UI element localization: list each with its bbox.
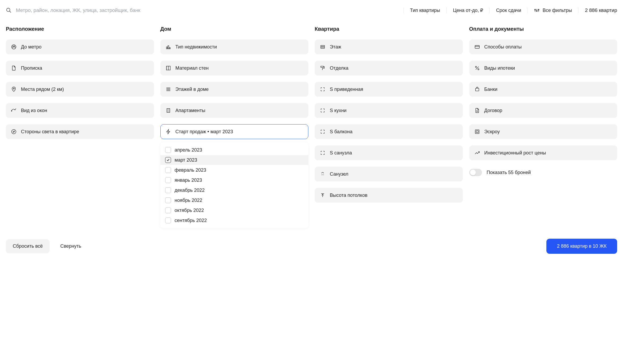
filter-columns: Расположение До метро Прописка Места ряд…: [6, 26, 617, 228]
chip-cardinal-directions[interactable]: Стороны света в квартире: [6, 124, 154, 139]
svg-point-3: [534, 9, 535, 10]
toggle-switch[interactable]: [469, 169, 482, 176]
checkbox-checked-icon: [165, 157, 171, 163]
sliders-icon: [534, 8, 539, 13]
chip-label: Материал стен: [176, 65, 209, 71]
svg-point-11: [12, 130, 16, 134]
results-count-top: 2 886 квартир: [578, 7, 617, 13]
reset-button[interactable]: Сбросить всё: [6, 239, 50, 253]
area-icon: [320, 108, 326, 113]
chip-floor[interactable]: Этаж: [315, 39, 463, 54]
svg-rect-46: [476, 131, 478, 132]
chip-area-reduced[interactable]: S приведенная: [315, 82, 463, 97]
chip-registration[interactable]: Прописка: [6, 61, 154, 76]
column-location: Расположение До метро Прописка Места ряд…: [6, 26, 154, 228]
checkbox-icon: [165, 177, 171, 183]
chip-label: Прописка: [21, 65, 42, 71]
checkbox-icon: [165, 167, 171, 173]
column-title-payment: Оплата и документы: [469, 26, 617, 32]
column-title-apartment: Квартира: [315, 26, 463, 32]
chip-banks[interactable]: Банки: [469, 82, 617, 97]
chip-label: Этаж: [330, 44, 341, 50]
bolt-icon: [165, 129, 171, 135]
chip-label: Способы оплаты: [484, 44, 522, 50]
chip-price-growth[interactable]: Инвестиционный рост цены: [469, 145, 617, 160]
filter-deadline[interactable]: Срок сдачи: [489, 8, 527, 13]
option-label: ноябрь 2022: [175, 198, 202, 203]
chip-label: Эскроу: [484, 129, 500, 135]
svg-point-7: [538, 9, 539, 10]
chip-ceiling-height[interactable]: Высота потолков: [315, 188, 463, 203]
area-icon: [320, 150, 326, 156]
chip-finishing[interactable]: Отделка: [315, 61, 463, 76]
compass-icon: [11, 129, 17, 135]
option-mar-2023[interactable]: март 2023: [160, 155, 309, 165]
option-label: апрель 2023: [175, 147, 202, 153]
chip-payment-methods[interactable]: Способы оплаты: [469, 39, 617, 54]
chip-window-view[interactable]: Вид из окон: [6, 103, 154, 118]
chip-label: До метро: [21, 44, 41, 50]
chip-places-nearby[interactable]: Места рядом (2 км): [6, 82, 154, 97]
svg-rect-37: [475, 46, 479, 48]
escrow-icon: [474, 129, 480, 135]
option-oct-2022[interactable]: октябрь 2022: [160, 205, 309, 215]
collapse-button[interactable]: Свернуть: [54, 239, 87, 253]
option-sep-2022[interactable]: сентябрь 2022: [160, 215, 309, 225]
sales-start-dropdown: апрель 2023 март 2023 февраль 2023 январ…: [160, 142, 309, 228]
filter-all[interactable]: Все фильтры: [528, 8, 578, 13]
footer-left: Сбросить всё Свернуть: [6, 239, 87, 253]
svg-line-39: [476, 67, 479, 70]
chip-property-type[interactable]: Тип недвижимости: [160, 39, 309, 54]
top-filter-bar: Тип квартиры Цена от-до, ₽ Срок сдачи Вс…: [6, 7, 617, 13]
chip-label: Инвестиционный рост цены: [484, 150, 546, 156]
svg-rect-45: [475, 130, 479, 134]
chip-escrow[interactable]: Эскроу: [469, 124, 617, 139]
option-label: октябрь 2022: [175, 208, 204, 213]
chip-bathroom-area[interactable]: S санузла: [315, 145, 463, 160]
map-pin-icon: [11, 86, 17, 92]
svg-point-0: [7, 8, 10, 12]
svg-rect-22: [167, 109, 170, 113]
document-icon: [11, 65, 17, 71]
svg-point-5: [536, 11, 537, 11]
option-nov-2022[interactable]: ноябрь 2022: [160, 195, 309, 205]
top-filters: Тип квартиры Цена от-до, ₽ Срок сдачи Вс…: [403, 7, 617, 13]
search-input[interactable]: [16, 7, 403, 13]
metro-icon: [11, 44, 17, 50]
search-wrapper: [6, 7, 403, 13]
svg-rect-14: [169, 48, 170, 49]
bar-chart-icon: [165, 44, 171, 50]
option-label: февраль 2023: [175, 167, 206, 173]
toggle-show-reserved: Показать 55 броней: [469, 169, 617, 176]
submit-button[interactable]: 2 886 квартир в 10 ЖК: [546, 239, 617, 254]
option-dec-2022[interactable]: декабрь 2022: [160, 185, 309, 195]
chip-metro-distance[interactable]: До метро: [6, 39, 154, 54]
chip-label: Тип недвижимости: [176, 44, 217, 50]
bank-icon: [474, 86, 480, 92]
svg-rect-31: [321, 66, 324, 68]
chip-floors-count[interactable]: Этажей в доме: [160, 82, 309, 97]
option-jan-2023[interactable]: январь 2023: [160, 175, 309, 185]
chip-balcony-area[interactable]: S балкона: [315, 124, 463, 139]
chip-label: Места рядом (2 км): [21, 87, 64, 92]
filter-apartment-type[interactable]: Тип квартиры: [403, 8, 446, 13]
option-apr-2023[interactable]: апрель 2023: [160, 145, 309, 155]
chip-label: Отделка: [330, 65, 348, 71]
svg-rect-42: [475, 88, 479, 91]
floor-icon: [320, 44, 326, 50]
shower-icon: [320, 171, 326, 177]
column-title-location: Расположение: [6, 26, 154, 32]
chip-apartments[interactable]: Апартаменты: [160, 103, 309, 118]
chip-wall-material[interactable]: Материал стен: [160, 61, 309, 76]
filter-price[interactable]: Цена от-до, ₽: [446, 7, 490, 13]
chip-contract[interactable]: Договор: [469, 103, 617, 118]
chip-sales-start[interactable]: Старт продаж • март 2023: [160, 124, 309, 139]
card-icon: [474, 44, 480, 50]
chip-kitchen-area[interactable]: S кухни: [315, 103, 463, 118]
chip-mortgage-types[interactable]: Виды ипотеки: [469, 61, 617, 76]
area-icon: [320, 86, 326, 92]
option-feb-2023[interactable]: февраль 2023: [160, 165, 309, 175]
wall-icon: [165, 65, 171, 71]
svg-point-10: [11, 111, 12, 111]
chip-bathroom[interactable]: Санузел: [315, 167, 463, 181]
